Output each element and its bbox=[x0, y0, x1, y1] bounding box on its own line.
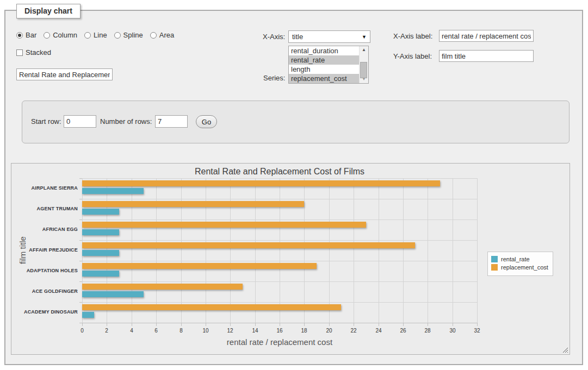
bar-replacement_cost bbox=[82, 284, 243, 290]
x-tick-label: 18 bbox=[293, 328, 315, 334]
y-tick-mark bbox=[79, 240, 82, 241]
x-tick-mark bbox=[230, 323, 231, 326]
chart-type-radio-area[interactable]: Area bbox=[150, 31, 174, 39]
x-tick-mark bbox=[181, 323, 182, 326]
num-rows-label: Number of rows: bbox=[100, 117, 152, 126]
gridline-horizontal bbox=[82, 178, 477, 179]
radio-icon[interactable] bbox=[44, 32, 50, 39]
legend-label: replacement_cost bbox=[501, 264, 548, 271]
x-axis-select-label: X-Axis: bbox=[263, 33, 285, 41]
legend-item-replacement_cost[interactable]: replacement_cost bbox=[491, 264, 548, 271]
bar-rental_rate bbox=[82, 291, 144, 297]
series-option-rental_duration[interactable]: rental_duration bbox=[289, 46, 359, 55]
series-select[interactable]: rental_durationrental_ratelengthreplacem… bbox=[288, 46, 369, 84]
bar-replacement_cost bbox=[82, 263, 317, 269]
radio-icon[interactable] bbox=[16, 32, 23, 39]
y-axis-label-input[interactable] bbox=[439, 50, 534, 62]
resize-handle-icon[interactable] bbox=[562, 347, 568, 353]
series-option-length[interactable]: length bbox=[289, 65, 359, 74]
gridline-horizontal bbox=[82, 302, 477, 303]
x-tick-mark bbox=[428, 323, 428, 326]
x-tick-label: 10 bbox=[195, 328, 216, 334]
scroll-up-icon[interactable]: ▲ bbox=[360, 46, 368, 54]
bar-rental_rate bbox=[82, 312, 94, 318]
gridline-vertical bbox=[354, 178, 354, 323]
gridline-vertical bbox=[477, 178, 478, 323]
stacked-checkbox[interactable] bbox=[16, 49, 23, 56]
go-button[interactable]: Go bbox=[196, 115, 217, 128]
radio-icon[interactable] bbox=[150, 32, 157, 39]
series-select-label: Series: bbox=[263, 74, 285, 82]
start-row-input[interactable] bbox=[64, 115, 96, 128]
x-tick-mark bbox=[453, 323, 453, 326]
radio-label: Spline bbox=[123, 31, 143, 39]
chart-type-radio-bar[interactable]: Bar bbox=[16, 31, 36, 39]
chart-type-radio-column[interactable]: Column bbox=[44, 31, 77, 39]
x-tick-label: 6 bbox=[145, 328, 167, 334]
x-tick-mark bbox=[107, 323, 107, 326]
chart-type-radio-spline[interactable]: Spline bbox=[114, 31, 143, 39]
x-tick-mark bbox=[82, 323, 83, 326]
chart-title-input[interactable] bbox=[16, 68, 113, 80]
legend-swatch bbox=[491, 256, 498, 262]
bar-replacement_cost bbox=[82, 201, 304, 207]
gridline-vertical bbox=[304, 178, 305, 323]
gridline-vertical bbox=[280, 178, 280, 323]
stacked-checkbox-row[interactable]: Stacked bbox=[16, 48, 51, 57]
series-option-rental_rate[interactable]: rental_rate bbox=[289, 55, 359, 65]
legend-label: rental_rate bbox=[501, 256, 530, 262]
x-axis-label-input[interactable] bbox=[439, 30, 534, 42]
x-tick-mark bbox=[354, 323, 354, 326]
y-tick-mark bbox=[79, 261, 82, 261]
gridline-vertical bbox=[379, 178, 379, 323]
legend-item-rental_rate[interactable]: rental_rate bbox=[491, 256, 548, 262]
radio-label: Line bbox=[94, 31, 107, 39]
scroll-down-icon[interactable]: ▼ bbox=[360, 76, 368, 83]
x-tick-mark bbox=[304, 323, 305, 326]
y-tick-mark bbox=[79, 178, 82, 179]
chevron-down-icon: ▼ bbox=[362, 34, 367, 40]
bar-rental_rate bbox=[82, 229, 119, 235]
radio-icon[interactable] bbox=[84, 32, 91, 39]
y-tick-mark bbox=[79, 220, 82, 220]
series-option-replacement_cost[interactable]: replacement_cost bbox=[289, 74, 359, 83]
gridline-vertical bbox=[329, 178, 330, 323]
gridline-vertical bbox=[403, 178, 404, 323]
y-tick-mark bbox=[79, 199, 82, 199]
chart: Rental Rate and Replacement Cost of Film… bbox=[11, 163, 570, 355]
x-tick-label: 26 bbox=[392, 328, 414, 334]
x-tick-label: 30 bbox=[442, 328, 463, 334]
x-tick-label: 12 bbox=[219, 328, 241, 334]
x-tick-label: 0 bbox=[71, 328, 93, 334]
bar-replacement_cost bbox=[82, 222, 366, 228]
gridline-vertical bbox=[206, 178, 206, 323]
bar-rental_rate bbox=[82, 188, 144, 194]
category-label: ACE GOLDFINGER bbox=[11, 289, 78, 294]
panel-legend: Display chart bbox=[16, 4, 81, 18]
bar-replacement_cost bbox=[82, 242, 415, 248]
x-tick-label: 2 bbox=[96, 328, 117, 334]
radio-icon[interactable] bbox=[114, 32, 121, 39]
x-tick-mark bbox=[206, 323, 206, 326]
x-axis-select-value: title bbox=[292, 33, 362, 41]
num-rows-input[interactable] bbox=[155, 115, 188, 128]
bar-rental_rate bbox=[82, 250, 119, 256]
radio-label: Column bbox=[53, 31, 77, 39]
gridline-vertical bbox=[428, 178, 428, 323]
chart-type-radio-line[interactable]: Line bbox=[84, 31, 107, 39]
category-label: AIRPLANE SIERRA bbox=[11, 185, 78, 191]
y-tick-mark bbox=[79, 323, 82, 323]
y-tick-mark bbox=[79, 302, 82, 303]
x-tick-mark bbox=[329, 323, 330, 326]
bar-replacement_cost bbox=[82, 304, 341, 310]
x-axis-select[interactable]: title ▼ bbox=[288, 30, 370, 43]
category-label: AFFAIR PREJUDICE bbox=[11, 247, 78, 253]
series-scrollbar[interactable]: ▲ ▼ bbox=[359, 46, 368, 83]
bar-rental_rate bbox=[82, 271, 119, 277]
gridline-horizontal bbox=[82, 199, 477, 199]
chart-legend: rental_ratereplacement_cost bbox=[487, 252, 553, 276]
radio-label: Bar bbox=[26, 31, 36, 39]
x-tick-mark bbox=[132, 323, 132, 326]
category-label: AFRICAN EGG bbox=[11, 227, 78, 232]
x-tick-label: 14 bbox=[244, 328, 266, 334]
